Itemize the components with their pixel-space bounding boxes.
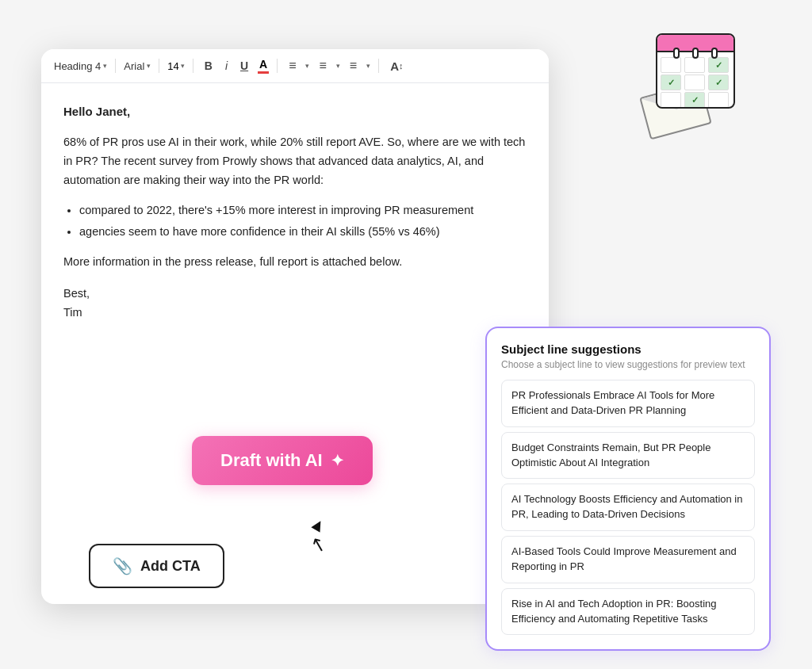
bold-button[interactable]: B (201, 58, 216, 74)
email-greeting: Hello Janet, (63, 102, 527, 122)
font-size-adjust-button[interactable]: A↕ (387, 58, 406, 75)
divider-3 (193, 59, 193, 73)
font-color-label: A (259, 58, 267, 71)
underline-button[interactable]: U (237, 58, 251, 74)
email-body: 68% of PR pros use AI in their work, whi… (63, 133, 527, 190)
ordered-list-button[interactable]: ≡ (316, 57, 329, 75)
divider-2 (159, 59, 159, 73)
editor-content: Hello Janet, 68% of PR pros use AI in th… (41, 83, 549, 342)
suggestion-item-4[interactable]: AI-Based Tools Could Improve Measurement… (501, 536, 755, 583)
sign-off-text: Best, (63, 285, 527, 304)
email-sign-off: Best, Tim (63, 285, 527, 323)
email-bullet-list: compared to 2022, there's +15% more inte… (79, 201, 527, 243)
align-button[interactable]: ≡ (285, 57, 299, 75)
italic-button[interactable]: i (222, 58, 231, 74)
heading-select[interactable]: Heading 4 ▾ (54, 60, 107, 72)
divider-5 (378, 59, 379, 73)
add-cta-button[interactable]: 📎 Add CTA (89, 544, 224, 588)
draft-ai-button[interactable]: Draft with AI ✦ (192, 436, 373, 485)
align-chevron: ▾ (305, 62, 309, 70)
scene: ✓ ✓ ✓ ✓ Heading 4 ▾ Arial ▾ (41, 17, 771, 652)
font-color-bar (258, 71, 269, 74)
heading-chevron: ▾ (103, 62, 107, 70)
font-label: Arial (124, 60, 144, 72)
sparkle-icon: ✦ (331, 451, 344, 470)
draft-ai-label: Draft with AI (220, 450, 323, 471)
suggestion-item-1[interactable]: PR Professionals Embrace AI Tools for Mo… (501, 380, 755, 427)
suggestion-item-5[interactable]: Rise in AI and Tech Adoption in PR: Boos… (501, 588, 755, 636)
add-cta-label: Add CTA (140, 558, 201, 575)
font-select[interactable]: Arial ▾ (124, 60, 151, 72)
paperclip-icon: 📎 (113, 556, 132, 575)
heading-label: Heading 4 (54, 60, 101, 72)
ordered-chevron: ▾ (336, 62, 340, 70)
toolbar: Heading 4 ▾ Arial ▾ 14 ▾ B i U A ≡ ▾ (41, 49, 549, 83)
suggestions-panel: Subject line suggestions Choose a subjec… (485, 327, 771, 651)
divider-1 (115, 59, 116, 73)
editor-card: Heading 4 ▾ Arial ▾ 14 ▾ B i U A ≡ ▾ (41, 49, 549, 604)
suggestions-subtitle: Choose a subject line to view suggestion… (501, 359, 755, 370)
size-label: 14 (167, 60, 178, 72)
suggestions-title: Subject line suggestions (501, 342, 755, 356)
font-chevron: ▾ (147, 62, 151, 70)
unordered-chevron: ▾ (366, 62, 370, 70)
size-select[interactable]: 14 ▾ (167, 60, 184, 72)
sign-off-name: Tim (63, 304, 527, 323)
email-closing-line: More information in the press release, f… (63, 253, 527, 272)
bullet-item-2: agencies seem to have more confidence in… (79, 223, 527, 242)
font-color-button[interactable]: A (258, 58, 269, 74)
suggestion-item-2[interactable]: Budget Constraints Remain, But PR People… (501, 432, 755, 480)
bullet-item-1: compared to 2022, there's +15% more inte… (79, 201, 527, 220)
calendar-decoration: ✓ ✓ ✓ ✓ (636, 17, 747, 128)
suggestion-item-3[interactable]: AI Technology Boosts Efficiency and Auto… (501, 484, 755, 531)
size-chevron: ▾ (181, 62, 185, 70)
unordered-list-button[interactable]: ≡ (347, 57, 360, 75)
divider-4 (277, 59, 278, 73)
